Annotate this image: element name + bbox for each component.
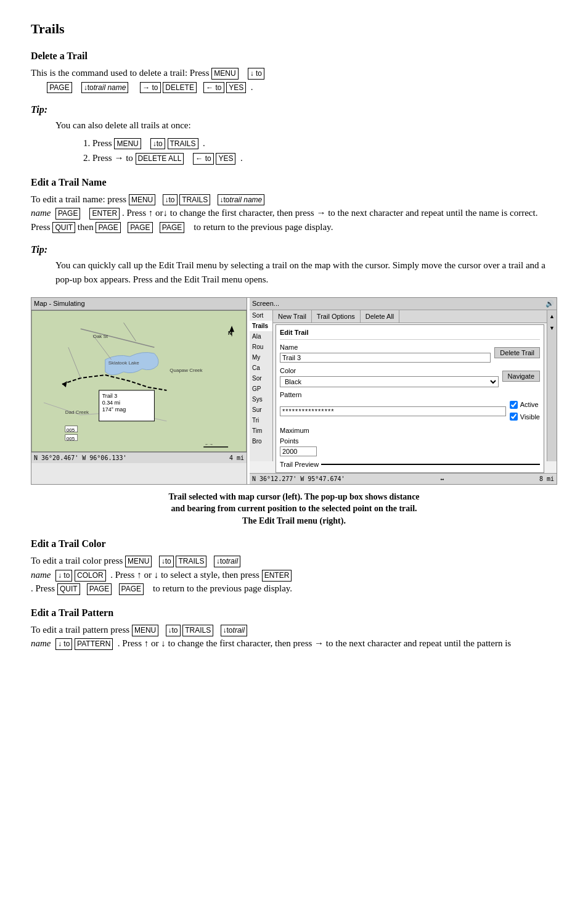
svg-text:0.34 mi: 0.34 mi: [102, 399, 120, 405]
visible-checkbox[interactable]: [510, 413, 518, 421]
edit-name-heading: Edit a Trail Name: [31, 175, 557, 190]
key-page-1: PAGE: [47, 82, 71, 94]
key-down-ec2: ↓ to: [55, 570, 72, 582]
key-delete: DELETE: [163, 82, 197, 94]
key-yes-t1: YES: [216, 153, 235, 165]
key-right-1: → to: [140, 82, 160, 94]
tip1-steps: Press MENU to TRAILS . Press → to DELETE…: [92, 136, 557, 165]
icon-up: ▲: [549, 313, 555, 321]
map-body: Trail 3 0.34 mi 174° mag Sklatook Lake O…: [31, 310, 247, 452]
key-left-1: ← to: [203, 82, 224, 94]
max-points-row: Maximum Points: [280, 426, 540, 457]
tip2-content: You can quickly call up the Edit Trail m…: [55, 258, 557, 286]
delete-trail-body: This is the command used to delete a tra…: [31, 66, 557, 94]
map-titlebar: Map - Simulating: [31, 298, 247, 310]
pattern-row: Pattern Active Visible: [280, 390, 540, 424]
name-label: Name: [280, 342, 329, 353]
trail-preview-line: [321, 464, 540, 465]
edit-pattern-body: To edit a trail pattern press MENU to TR…: [31, 623, 557, 651]
map-statusbar: N 36°20.467' W 96°06.133' 4 mi: [31, 452, 247, 463]
sidebar-item-sys: Sys: [250, 394, 272, 405]
svg-text:←→: ←→: [205, 442, 213, 446]
key-trails-en: TRAILS: [179, 194, 210, 206]
active-row: Active: [510, 400, 540, 410]
delete-trail-btn[interactable]: Delete Trail: [494, 347, 540, 358]
key-delete-all-t1: DELETE ALL: [136, 153, 184, 165]
key-menu-en: MENU: [129, 194, 155, 206]
trail-preview-row: Trail Preview: [280, 459, 540, 470]
active-label: Active: [520, 400, 539, 410]
key-page-en2: PAGE: [96, 222, 120, 234]
sidebar-item-trails: Trails: [250, 321, 272, 331]
name-row: Name Delete Trail: [280, 342, 540, 364]
key-down-trail-name: to trail name: [81, 82, 129, 94]
key-menu-ec: MENU: [125, 556, 152, 567]
max-points-input[interactable]: [280, 446, 317, 456]
key-down-trail-ec: to trail: [214, 556, 240, 567]
color-label: Color: [280, 366, 329, 376]
caption: Trail selected with map cursor (left). T…: [31, 491, 557, 527]
name-input[interactable]: [280, 353, 491, 363]
key-menu-ep: MENU: [132, 625, 158, 636]
svg-rect-0: [31, 310, 247, 451]
tip1-content: You can also delete all trails at once: …: [55, 118, 557, 165]
sidebar-item-my: My: [250, 352, 272, 363]
pattern-input[interactable]: [280, 406, 506, 416]
color-select[interactable]: Black Red Blue: [280, 376, 499, 387]
navigate-btn[interactable]: Navigate: [502, 371, 540, 382]
svg-text:Sklatook Lake: Sklatook Lake: [108, 360, 140, 366]
key-page-en4: PAGE: [160, 222, 184, 234]
key-color-ec: COLOR: [75, 570, 106, 582]
key-page-en: PAGE: [55, 208, 80, 220]
key-down-ep: to: [166, 625, 181, 636]
tab-delete-all[interactable]: Delete All: [361, 310, 399, 323]
pattern-label: Pattern: [280, 390, 329, 400]
trail-preview-label: Trail Preview: [280, 459, 319, 470]
key-quit-ec: QUIT: [57, 583, 80, 595]
key-down-trail-ep: to trail: [221, 625, 247, 636]
sidebar-item-ca: Ca: [250, 363, 272, 373]
tab-new-trail[interactable]: New Trail: [273, 310, 312, 323]
key-down-trail-en: to trail name: [218, 194, 265, 206]
key-page-ec: PAGE: [87, 583, 112, 595]
svg-text:174° mag: 174° mag: [102, 406, 126, 412]
key-down-t1: to: [150, 138, 165, 150]
svg-text:Quapaw Creek: Quapaw Creek: [169, 368, 202, 373]
sidebar-item-ala: Ala: [250, 331, 272, 342]
map-svg: Trail 3 0.34 mi 174° mag Sklatook Lake O…: [31, 310, 247, 452]
edit-color-heading: Edit a Trail Color: [31, 537, 557, 551]
sidebar-list: Sort Trails Ala Rou My Ca Sor GP Sys Sur…: [250, 310, 273, 462]
svg-text:Dad Creek: Dad Creek: [65, 409, 89, 414]
menu-statusbar: N 36°12.277' W 95°47.674' ↔ 8 mi: [250, 473, 557, 484]
edit-pattern-heading: Edit a Trail Pattern: [31, 606, 557, 620]
key-page-down-1: to: [248, 68, 264, 80]
sidebar-item-tri: Tri: [250, 415, 272, 426]
sidebar-item-bro: Bro: [250, 436, 272, 446]
key-menu: MENU: [211, 68, 238, 80]
sidebar-item-sur: Sur: [250, 405, 272, 415]
max-points-label: Maximum Points: [280, 426, 329, 446]
right-icons: ▲ ▼: [547, 310, 557, 462]
key-page-en3: PAGE: [128, 222, 152, 234]
tab-trail-options[interactable]: Trail Options: [312, 310, 361, 323]
delete-trail-heading: Delete a Trail: [31, 49, 557, 64]
tip1-label: Tip:: [31, 102, 557, 117]
active-checkbox[interactable]: [510, 401, 518, 409]
key-trails-ep: TRAILS: [182, 625, 213, 636]
key-down-ec: to: [159, 556, 174, 567]
key-left-t1: ← to: [193, 153, 213, 165]
svg-text:Oak St: Oak St: [93, 334, 108, 339]
sidebar-item-sort: Sort: [250, 310, 272, 321]
key-quit-en: QUIT: [52, 222, 75, 234]
tip2-label: Tip:: [31, 242, 557, 257]
menu-titlebar: Screen... 🔊: [250, 298, 557, 310]
key-trails-ec: TRAILS: [176, 556, 206, 567]
svg-text:005: 005: [67, 427, 75, 432]
sidebar-item-sor: Sor: [250, 373, 272, 384]
visible-row: Visible: [510, 412, 540, 422]
edit-trail-title: Edit Trail: [280, 327, 540, 340]
key-pattern-ep: PATTERN: [75, 638, 113, 650]
sidebar-item-tim: Tim: [250, 426, 272, 436]
key-enter-en: ENTER: [89, 208, 120, 220]
key-down-ep2: ↓ to: [55, 638, 72, 650]
